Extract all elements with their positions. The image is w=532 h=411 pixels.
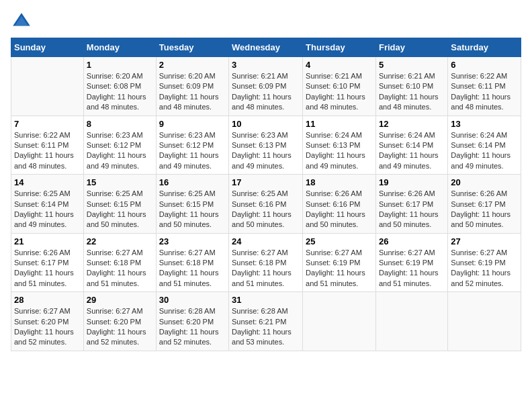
calendar-cell: 21Sunrise: 6:26 AM Sunset: 6:17 PM Dayli… — [11, 233, 84, 292]
day-number: 12 — [379, 119, 445, 129]
day-number: 24 — [232, 236, 300, 246]
calendar-cell: 12Sunrise: 6:24 AM Sunset: 6:14 PM Dayli… — [375, 116, 447, 175]
day-info: Sunrise: 6:26 AM Sunset: 6:17 PM Dayligh… — [379, 189, 445, 230]
day-number: 2 — [159, 60, 226, 70]
day-info: Sunrise: 6:25 AM Sunset: 6:14 PM Dayligh… — [14, 189, 81, 230]
day-info: Sunrise: 6:28 AM Sunset: 6:20 PM Dayligh… — [159, 306, 226, 348]
calendar-cell: 1Sunrise: 6:20 AM Sunset: 6:08 PM Daylig… — [83, 57, 156, 116]
day-number: 15 — [87, 177, 153, 187]
day-info: Sunrise: 6:22 AM Sunset: 6:11 PM Dayligh… — [451, 71, 518, 113]
day-number: 6 — [451, 60, 518, 70]
day-number: 11 — [306, 119, 373, 129]
day-info: Sunrise: 6:23 AM Sunset: 6:12 PM Dayligh… — [159, 130, 226, 172]
day-info: Sunrise: 6:25 AM Sunset: 6:16 PM Dayligh… — [232, 189, 300, 230]
day-info: Sunrise: 6:26 AM Sunset: 6:17 PM Dayligh… — [14, 248, 81, 289]
day-info: Sunrise: 6:27 AM Sunset: 6:18 PM Dayligh… — [232, 248, 300, 289]
calendar-cell: 30Sunrise: 6:28 AM Sunset: 6:20 PM Dayli… — [156, 292, 228, 351]
header-day-sunday: Sunday — [11, 38, 84, 57]
calendar-cell: 4Sunrise: 6:21 AM Sunset: 6:10 PM Daylig… — [303, 57, 376, 116]
calendar-week-row: 14Sunrise: 6:25 AM Sunset: 6:14 PM Dayli… — [11, 175, 521, 234]
day-number: 3 — [232, 60, 300, 70]
header-day-thursday: Thursday — [303, 38, 376, 57]
day-info: Sunrise: 6:27 AM Sunset: 6:18 PM Dayligh… — [87, 248, 153, 289]
header-day-saturday: Saturday — [448, 38, 521, 57]
calendar-cell: 5Sunrise: 6:21 AM Sunset: 6:10 PM Daylig… — [375, 57, 447, 116]
header-day-tuesday: Tuesday — [156, 38, 228, 57]
day-info: Sunrise: 6:24 AM Sunset: 6:13 PM Dayligh… — [306, 130, 373, 172]
day-info: Sunrise: 6:20 AM Sunset: 6:09 PM Dayligh… — [159, 71, 226, 113]
calendar-week-row: 28Sunrise: 6:27 AM Sunset: 6:20 PM Dayli… — [11, 292, 521, 351]
calendar-cell: 2Sunrise: 6:20 AM Sunset: 6:09 PM Daylig… — [156, 57, 228, 116]
calendar-cell: 31Sunrise: 6:28 AM Sunset: 6:21 PM Dayli… — [229, 292, 303, 351]
day-number: 14 — [14, 177, 81, 187]
calendar-cell: 19Sunrise: 6:26 AM Sunset: 6:17 PM Dayli… — [375, 175, 447, 234]
calendar-cell: 10Sunrise: 6:23 AM Sunset: 6:13 PM Dayli… — [229, 116, 303, 175]
day-number: 16 — [159, 177, 226, 187]
day-number: 20 — [451, 177, 518, 187]
day-number: 22 — [87, 236, 153, 246]
day-info: Sunrise: 6:26 AM Sunset: 6:17 PM Dayligh… — [451, 189, 518, 230]
day-number: 31 — [232, 295, 300, 305]
day-info: Sunrise: 6:27 AM Sunset: 6:18 PM Dayligh… — [159, 248, 226, 289]
calendar-cell: 27Sunrise: 6:27 AM Sunset: 6:19 PM Dayli… — [448, 233, 521, 292]
day-number: 30 — [159, 295, 226, 305]
day-number: 8 — [87, 119, 153, 129]
calendar-cell: 6Sunrise: 6:22 AM Sunset: 6:11 PM Daylig… — [448, 57, 521, 116]
header-day-monday: Monday — [83, 38, 156, 57]
day-number: 13 — [451, 119, 518, 129]
logo-icon — [11, 11, 32, 32]
calendar-week-row: 7Sunrise: 6:22 AM Sunset: 6:11 PM Daylig… — [11, 116, 521, 175]
day-info: Sunrise: 6:21 AM Sunset: 6:09 PM Dayligh… — [232, 71, 300, 113]
day-info: Sunrise: 6:24 AM Sunset: 6:14 PM Dayligh… — [379, 130, 445, 172]
day-number: 4 — [306, 60, 373, 70]
day-info: Sunrise: 6:22 AM Sunset: 6:11 PM Dayligh… — [14, 130, 81, 172]
day-number: 1 — [87, 60, 153, 70]
calendar-cell: 3Sunrise: 6:21 AM Sunset: 6:09 PM Daylig… — [229, 57, 303, 116]
calendar-cell: 7Sunrise: 6:22 AM Sunset: 6:11 PM Daylig… — [11, 116, 84, 175]
calendar-cell: 14Sunrise: 6:25 AM Sunset: 6:14 PM Dayli… — [11, 175, 84, 234]
day-info: Sunrise: 6:21 AM Sunset: 6:10 PM Dayligh… — [306, 71, 373, 113]
day-number: 29 — [87, 295, 153, 305]
day-info: Sunrise: 6:27 AM Sunset: 6:19 PM Dayligh… — [306, 248, 373, 289]
day-info: Sunrise: 6:27 AM Sunset: 6:20 PM Dayligh… — [14, 306, 81, 348]
day-number: 25 — [306, 236, 373, 246]
day-number: 26 — [379, 236, 445, 246]
day-number: 18 — [306, 177, 373, 187]
day-info: Sunrise: 6:24 AM Sunset: 6:14 PM Dayligh… — [451, 130, 518, 172]
calendar-cell — [11, 57, 84, 116]
day-number: 23 — [159, 236, 226, 246]
logo — [11, 11, 35, 32]
calendar-cell: 15Sunrise: 6:25 AM Sunset: 6:15 PM Dayli… — [83, 175, 156, 234]
day-info: Sunrise: 6:23 AM Sunset: 6:13 PM Dayligh… — [232, 130, 300, 172]
day-info: Sunrise: 6:28 AM Sunset: 6:21 PM Dayligh… — [232, 306, 300, 348]
day-info: Sunrise: 6:27 AM Sunset: 6:19 PM Dayligh… — [379, 248, 445, 289]
header-day-friday: Friday — [375, 38, 447, 57]
day-number: 21 — [14, 236, 81, 246]
day-info: Sunrise: 6:21 AM Sunset: 6:10 PM Dayligh… — [379, 71, 445, 113]
calendar-cell — [448, 292, 521, 351]
day-number: 27 — [451, 236, 518, 246]
day-info: Sunrise: 6:27 AM Sunset: 6:19 PM Dayligh… — [451, 248, 518, 289]
calendar-cell: 29Sunrise: 6:27 AM Sunset: 6:20 PM Dayli… — [83, 292, 156, 351]
calendar-cell: 16Sunrise: 6:25 AM Sunset: 6:15 PM Dayli… — [156, 175, 228, 234]
calendar-table: SundayMondayTuesdayWednesdayThursdayFrid… — [11, 38, 521, 351]
calendar-cell: 22Sunrise: 6:27 AM Sunset: 6:18 PM Dayli… — [83, 233, 156, 292]
day-number: 19 — [379, 177, 445, 187]
day-info: Sunrise: 6:23 AM Sunset: 6:12 PM Dayligh… — [87, 130, 153, 172]
day-number: 5 — [379, 60, 445, 70]
day-info: Sunrise: 6:25 AM Sunset: 6:15 PM Dayligh… — [87, 189, 153, 230]
calendar-cell: 18Sunrise: 6:26 AM Sunset: 6:16 PM Dayli… — [303, 175, 376, 234]
calendar-cell: 26Sunrise: 6:27 AM Sunset: 6:19 PM Dayli… — [375, 233, 447, 292]
day-info: Sunrise: 6:26 AM Sunset: 6:16 PM Dayligh… — [306, 189, 373, 230]
calendar-cell: 8Sunrise: 6:23 AM Sunset: 6:12 PM Daylig… — [83, 116, 156, 175]
header-day-wednesday: Wednesday — [229, 38, 303, 57]
calendar-cell: 24Sunrise: 6:27 AM Sunset: 6:18 PM Dayli… — [229, 233, 303, 292]
day-info: Sunrise: 6:25 AM Sunset: 6:15 PM Dayligh… — [159, 189, 226, 230]
calendar-cell: 17Sunrise: 6:25 AM Sunset: 6:16 PM Dayli… — [229, 175, 303, 234]
day-number: 9 — [159, 119, 226, 129]
calendar-cell: 28Sunrise: 6:27 AM Sunset: 6:20 PM Dayli… — [11, 292, 84, 351]
calendar-week-row: 21Sunrise: 6:26 AM Sunset: 6:17 PM Dayli… — [11, 233, 521, 292]
day-number: 28 — [14, 295, 81, 305]
day-info: Sunrise: 6:20 AM Sunset: 6:08 PM Dayligh… — [87, 71, 153, 113]
day-info: Sunrise: 6:27 AM Sunset: 6:20 PM Dayligh… — [87, 306, 153, 348]
